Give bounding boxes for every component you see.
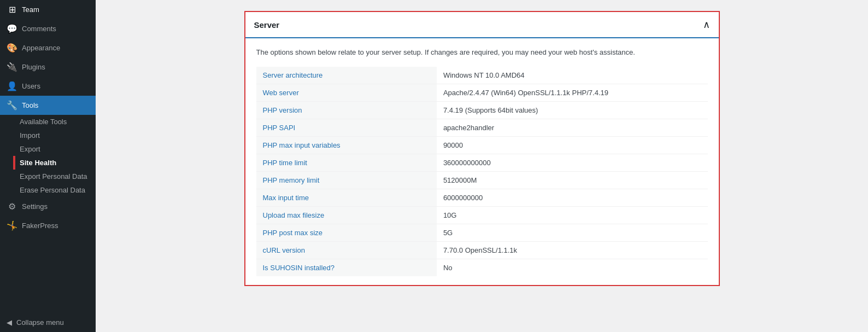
table-row: PHP SAPI apache2handler	[256, 119, 708, 136]
table-row: Max input time 6000000000	[256, 189, 708, 206]
row-value: 90000	[437, 136, 708, 154]
row-value: Apache/2.4.47 (Win64) OpenSSL/1.1.1k PHP…	[437, 84, 708, 101]
sidebar-item-settings[interactable]: ⚙ Settings	[0, 197, 96, 216]
row-label: PHP SAPI	[256, 119, 437, 136]
row-label: Web server	[256, 84, 437, 101]
row-value: 7.4.19 (Supports 64bit values)	[437, 101, 708, 119]
appearance-icon: 🎨	[7, 43, 17, 53]
row-value: 6000000000	[437, 189, 708, 206]
sidebar-item-label: Plugins	[22, 63, 45, 71]
row-label: PHP version	[256, 101, 437, 119]
row-value: 360000000000	[437, 154, 708, 171]
row-value: 7.70.0 OpenSSL/1.1.1k	[437, 241, 708, 259]
table-row: Web server Apache/2.4.47 (Win64) OpenSSL…	[256, 84, 708, 101]
table-row: Upload max filesize 10G	[256, 206, 708, 224]
sidebar-item-plugins[interactable]: 🔌 Plugins	[0, 57, 96, 77]
row-value: No	[437, 259, 708, 276]
row-value: 5120000M	[437, 171, 708, 189]
row-label: cURL version	[256, 241, 437, 259]
fakerpress-icon: 🤸	[7, 220, 17, 231]
sidebar-item-label: Comments	[22, 25, 56, 33]
tools-submenu: Available Tools Import Export Site Healt…	[0, 115, 96, 197]
submenu-item-export[interactable]: Export	[20, 142, 96, 156]
table-row: PHP time limit 360000000000	[256, 154, 708, 171]
submenu-item-import[interactable]: Import	[20, 129, 96, 142]
sidebar-item-team[interactable]: ⊞ Team	[0, 0, 96, 19]
plugins-icon: 🔌	[7, 62, 17, 72]
table-row: PHP max input variables 90000	[256, 136, 708, 154]
table-row: cURL version 7.70.0 OpenSSL/1.1.1k	[256, 241, 708, 259]
sidebar-item-label: Users	[22, 82, 40, 90]
row-label: PHP post max size	[256, 224, 437, 241]
submenu-item-export-personal-data[interactable]: Export Personal Data	[20, 170, 96, 183]
row-value: apache2handler	[437, 119, 708, 136]
main-content: Server ∧ The options shown below relate …	[96, 0, 868, 332]
row-label: PHP max input variables	[256, 136, 437, 154]
server-header-title: Server	[254, 20, 280, 30]
sidebar-item-appearance[interactable]: 🎨 Appearance	[0, 38, 96, 57]
submenu-item-available-tools[interactable]: Available Tools	[20, 115, 96, 129]
sidebar: ⊞ Team 💬 Comments 🎨 Appearance 🔌 Plugins…	[0, 0, 96, 332]
sidebar-item-label: Tools	[22, 101, 38, 109]
sidebar-item-comments[interactable]: 💬 Comments	[0, 19, 96, 38]
sidebar-item-fakerpress[interactable]: 🤸 FakerPress	[0, 216, 96, 235]
collapse-arrow-icon: ◀	[7, 318, 12, 327]
row-label: Upload max filesize	[256, 206, 437, 224]
tools-chevron	[92, 102, 96, 109]
server-collapse-icon[interactable]: ∧	[703, 19, 710, 31]
sidebar-item-label: Settings	[22, 202, 48, 211]
tools-icon: 🔧	[7, 100, 17, 110]
sidebar-item-tools[interactable]: 🔧 Tools	[0, 96, 96, 115]
sidebar-item-label: Appearance	[22, 44, 60, 52]
sidebar-item-users[interactable]: 👤 Users	[0, 77, 96, 96]
row-value: 5G	[437, 224, 708, 241]
submenu-item-site-health[interactable]: Site Health	[13, 156, 96, 170]
row-label: Is SUHOSIN installed?	[256, 259, 437, 276]
table-row: Is SUHOSIN installed? No	[256, 259, 708, 276]
submenu-item-erase-personal-data[interactable]: Erase Personal Data	[20, 183, 96, 197]
table-row: PHP memory limit 5120000M	[256, 171, 708, 189]
row-label: Max input time	[256, 189, 437, 206]
sidebar-item-label: Team	[22, 5, 39, 14]
server-description: The options shown below relate to your s…	[245, 38, 719, 67]
tools-wrapper: 🔧 Tools Available Tools Import Export Si…	[0, 96, 96, 197]
server-info-table: Server architecture Windows NT 10.0 AMD6…	[256, 67, 708, 276]
server-panel: Server ∧ The options shown below relate …	[244, 11, 720, 286]
row-label: PHP memory limit	[256, 171, 437, 189]
collapse-menu-label: Collapse menu	[16, 318, 64, 327]
sidebar-item-label: FakerPress	[22, 222, 58, 230]
server-header[interactable]: Server ∧	[245, 12, 719, 38]
comments-icon: 💬	[7, 24, 17, 34]
users-icon: 👤	[7, 81, 17, 91]
row-label: PHP time limit	[256, 154, 437, 171]
row-label: Server architecture	[256, 67, 437, 84]
table-row: PHP version 7.4.19 (Supports 64bit value…	[256, 101, 708, 119]
team-icon: ⊞	[7, 4, 17, 15]
row-value: 10G	[437, 206, 708, 224]
row-value: Windows NT 10.0 AMD64	[437, 67, 708, 84]
table-row: PHP post max size 5G	[256, 224, 708, 241]
table-row: Server architecture Windows NT 10.0 AMD6…	[256, 67, 708, 84]
settings-icon: ⚙	[7, 201, 17, 212]
collapse-menu-button[interactable]: ◀ Collapse menu	[0, 313, 96, 332]
